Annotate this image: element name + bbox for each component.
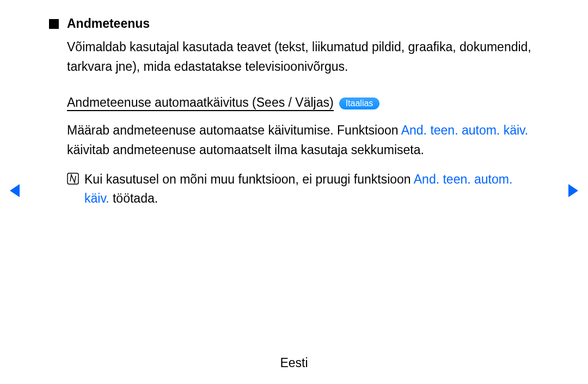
desc-highlight-1: And. teen. autom. käiv. [401,123,529,137]
region-badge: Itaalias [339,97,380,109]
subsection-heading: Andmeteenuse automaatkäivitus (Sees / Vä… [67,95,539,111]
desc-text-2: käivitab andmeteenuse automaatselt ilma … [67,143,424,157]
prev-page-button[interactable] [10,184,20,197]
note-icon [67,173,79,185]
note-text-1: Kui kasutusel on mõni muu funktsioon, ei… [84,172,414,186]
section-heading: Andmeteenus [49,16,539,31]
note-block: Kui kasutusel on mõni muu funktsioon, ei… [67,170,539,209]
chevron-left-icon [10,184,20,197]
footer-language: Eesti [0,356,588,370]
next-page-button[interactable] [568,184,578,197]
chevron-right-icon [568,184,578,197]
subsection-description: Määrab andmeteenuse automaatse käivitumi… [67,121,539,160]
note-text: Kui kasutusel on mõni muu funktsioon, ei… [84,170,539,209]
subsection-title: Andmeteenuse automaatkäivitus (Sees / Vä… [67,95,334,111]
section-title: Andmeteenus [67,16,150,31]
square-bullet-icon [49,19,59,29]
section-intro: Võimaldab kasutajal kasutada teavet (tek… [67,38,539,76]
note-text-2: töötada. [109,191,158,205]
desc-text-1: Määrab andmeteenuse automaatse käivitumi… [67,123,401,137]
